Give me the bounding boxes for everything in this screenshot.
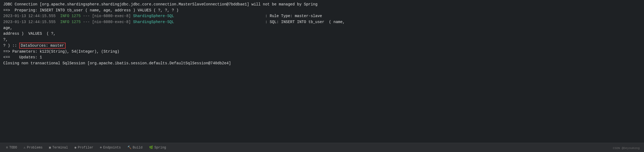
console-line: 2023-01-13 12:44:15.555 INFO 1275 --- [n…	[3, 13, 641, 19]
line-text: age,	[3, 26, 12, 30]
line-text: Closing non transactional SqlSession [or…	[3, 61, 231, 65]
spring-icon: 🌿	[149, 145, 153, 150]
line-timestamp: 2023-01-13 12:44:15.555	[3, 14, 60, 18]
console-line: ?,	[3, 37, 641, 43]
profiler-icon: ◉	[75, 145, 76, 150]
console-line: <== Updates: 1	[3, 55, 641, 61]
console-line: ==> Preparing: INSERT INTO tb_user ( nam…	[3, 8, 641, 14]
console-line: 2023-01-13 12:44:15.555 INFO 1275 --- [n…	[3, 19, 641, 25]
watermark: CSDN @DeyouKong	[613, 147, 640, 150]
tab-build[interactable]: 🔨 Build	[124, 144, 146, 151]
line-text: ==> Preparing: INSERT INTO tb_user ( nam…	[3, 8, 179, 12]
tab-spring[interactable]: 🌿 Spring	[146, 144, 169, 151]
console-line: age,	[3, 25, 641, 31]
line-thread: --- [nio-6080-exec-8]	[81, 20, 133, 24]
line-text: ?,	[3, 37, 8, 42]
tab-spring-label: Spring	[154, 146, 166, 150]
console-container: JDBC Connection [org.apache.shardingsphe…	[0, 0, 644, 152]
terminal-icon: ▣	[49, 145, 51, 150]
console-line: address ) VALUES ( ?,	[3, 31, 641, 37]
line-prefix: ? ) ::	[3, 43, 19, 48]
tab-profiler-label: Profiler	[78, 146, 94, 150]
console-line: JDBC Connection [org.apache.shardingsphe…	[3, 2, 641, 8]
tab-profiler[interactable]: ◉ Profiler	[71, 144, 97, 151]
tab-terminal-label: Terminal	[52, 146, 68, 150]
tab-build-label: Build	[133, 146, 143, 150]
console-output: JDBC Connection [org.apache.shardingsphe…	[0, 0, 644, 143]
console-line: Closing non transactional SqlSession [or…	[3, 61, 641, 66]
problems-icon: ⚠	[24, 145, 25, 150]
tab-problems-label: Problems	[27, 146, 43, 150]
tab-todo[interactable]: ≡ TODO	[3, 145, 20, 151]
tab-todo-label: TODO	[9, 146, 17, 150]
datasources-highlight: DataSources: master	[19, 43, 66, 49]
logger-name: ShardingSphere-SQL	[133, 20, 174, 24]
line-thread: --- [nio-6080-exec-8]	[81, 14, 133, 18]
endpoints-icon: ⊕	[100, 145, 102, 150]
line-timestamp: 2023-01-13 12:44:15.555	[3, 20, 60, 24]
tab-terminal[interactable]: ▣ Terminal	[46, 144, 71, 151]
bottom-bar: ≡ TODO ⚠ Problems ▣ Terminal ◉ Profiler …	[0, 143, 644, 152]
line-message: : SQL: INSERT INTO tb_user ( name,	[174, 20, 345, 24]
info-badge: INFO 1275	[60, 14, 81, 18]
todo-icon: ≡	[6, 146, 8, 150]
build-icon: 🔨	[127, 145, 131, 150]
line-text: JDBC Connection [org.apache.shardingsphe…	[3, 2, 317, 7]
tab-problems[interactable]: ⚠ Problems	[20, 144, 46, 151]
tab-endpoints-label: Endpoints	[103, 146, 121, 150]
logger-name: ShardingSphere-SQL	[133, 14, 174, 18]
console-line: ? ) :: DataSources: master	[3, 43, 641, 49]
console-line: ==> Parameters: k123(String), 54(Integer…	[3, 49, 641, 55]
line-text: <== Updates: 1	[3, 55, 42, 59]
line-text: ==> Parameters: k123(String), 54(Integer…	[3, 49, 119, 54]
tab-endpoints[interactable]: ⊕ Endpoints	[97, 144, 124, 151]
info-badge: INFO 1275	[60, 20, 81, 24]
line-text: address ) VALUES ( ?,	[3, 31, 56, 36]
line-message: : Rule Type: master-slave	[174, 14, 322, 18]
